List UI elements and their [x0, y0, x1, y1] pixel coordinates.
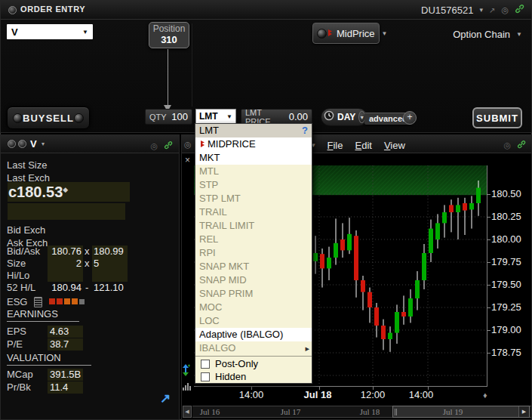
link-icon[interactable] — [517, 138, 526, 152]
chart-settings-icon[interactable]: ◎ — [184, 141, 192, 149]
gear-icon[interactable]: ◎ — [503, 141, 511, 150]
help-icon[interactable]: ? — [302, 124, 308, 137]
order-type-option-stp[interactable]: STP — [195, 178, 312, 192]
order-type-option-moc[interactable]: MOC — [195, 301, 312, 314]
link-icon[interactable] — [164, 139, 173, 153]
expand-window-icon[interactable]: ↗ — [160, 391, 171, 406]
order-option-post-only[interactable]: Post-Only — [195, 357, 312, 370]
order-type-option-snap-prim[interactable]: SNAP PRIM — [195, 287, 312, 301]
order-entry-titlebar: ORDER ENTRY DU1576521 ▾ ↗ ◎ — [1, 1, 531, 20]
order-type-option-mkt[interactable]: MKT — [195, 151, 312, 165]
order-type-option-trail-limit[interactable]: TRAIL LIMIT — [195, 219, 312, 233]
advanced-expand-button[interactable]: + — [403, 111, 417, 125]
scroll-right-button[interactable]: ▶ — [518, 406, 529, 417]
panel-bullet-icon[interactable] — [8, 6, 17, 14]
order-type-option-snap-mid[interactable]: SNAP MID — [195, 273, 312, 287]
menu-file[interactable]: File — [328, 140, 343, 151]
position-callout: Position 310 — [149, 22, 189, 48]
buy-button[interactable]: BUY — [23, 113, 45, 124]
checkbox-label: Hidden — [215, 371, 246, 382]
midprice-radio-icon — [317, 29, 327, 39]
esg-report-icon[interactable] — [34, 297, 42, 307]
checkbox-icon[interactable] — [201, 360, 210, 369]
status-dot-icon[interactable] — [18, 140, 26, 148]
submit-button[interactable]: SUBMIT — [472, 107, 522, 128]
candle — [476, 188, 481, 203]
hl52-high: 180.94 — [48, 282, 83, 294]
sell-radio-icon[interactable] — [74, 113, 84, 123]
gear-icon[interactable]: ◎ — [150, 142, 158, 150]
candle — [313, 253, 318, 261]
order-type-option-mtl[interactable]: MTL — [195, 165, 312, 178]
ask-size-value: 5 — [92, 258, 128, 270]
last-price-cell: c180.53◆ — [8, 182, 130, 202]
option-label: IBALGO — [199, 342, 235, 354]
price-tick-label: 179.00 — [491, 324, 530, 336]
option-label: REL — [199, 233, 218, 245]
price-tick-label: 179.75 — [491, 256, 530, 268]
gear-icon[interactable]: ◎ — [501, 6, 509, 14]
order-type-option-snap-mkt[interactable]: SNAP MKT — [195, 260, 312, 273]
option-chain-button[interactable]: Option Chain ▼ — [453, 29, 522, 40]
midprice-button[interactable]: MidPrice ▼ — [312, 23, 380, 44]
quote-panel-titlebar: V ▾ ◎ — [1, 135, 179, 153]
hl52-label: 52 H/L — [7, 282, 35, 293]
order-type-option-lmt[interactable]: LMT? — [195, 124, 312, 137]
checkbox-icon[interactable] — [201, 372, 210, 381]
ib-algo-icon — [199, 139, 205, 150]
order-type-option-rel[interactable]: REL — [195, 233, 312, 246]
order-option-hidden[interactable]: Hidden — [195, 370, 312, 383]
symbol-input[interactable]: V ▼ — [7, 24, 93, 39]
esg-bar — [49, 298, 55, 304]
volume-histogram-icon[interactable] — [183, 380, 192, 394]
candle — [354, 236, 358, 280]
quantity-field[interactable]: QTY 100 — [145, 109, 192, 125]
time-in-force-selector[interactable]: DAY ▼ — [321, 108, 367, 126]
buy-radio-icon[interactable] — [13, 113, 23, 123]
chart-scrollbar: ◀ ▶ Jul 16Jul 17Jul 18Jul 19 — [182, 406, 531, 418]
order-type-option-trail[interactable]: TRAIL — [195, 205, 312, 219]
price-tick-label: 178.75 — [491, 347, 530, 359]
option-label: STP LMT — [199, 193, 241, 204]
pe-value: 38.7 — [48, 338, 83, 351]
time-tick-label: 14:00 — [409, 389, 434, 400]
order-type-option-loc[interactable]: LOC — [195, 314, 312, 328]
price-axis-line — [487, 165, 487, 387]
mcap-row: MCap 391.5B — [1, 369, 179, 381]
close-icon[interactable]: × — [185, 155, 190, 165]
sell-button[interactable]: SELL — [46, 113, 74, 124]
popout-icon[interactable]: ↗ — [489, 6, 495, 14]
trading-workstation: ORDER ENTRY DU1576521 ▾ ↗ ◎ V ▼ Position… — [0, 0, 532, 420]
order-type-option-stp-lmt[interactable]: STP LMT — [195, 192, 312, 205]
status-dot-icon[interactable] — [8, 140, 16, 148]
hl52-separator: - — [85, 282, 88, 293]
menu-view[interactable]: View — [384, 140, 405, 151]
chart-menubar: ▾ FileEditView — [312, 138, 417, 152]
buy-sell-toggle: BUY SELL — [7, 107, 90, 129]
eps-label: EPS — [7, 326, 26, 337]
quote-symbol-caret-icon[interactable]: ▾ — [42, 141, 45, 147]
order-type-option-adaptive-ibalgo-[interactable]: Adaptive (IBALGO) — [195, 328, 312, 341]
scroll-left-button[interactable]: ◀ — [183, 406, 192, 418]
account-caret-icon[interactable]: ▾ — [479, 6, 483, 14]
esg-label: ESG — [7, 296, 27, 307]
candle — [320, 254, 324, 268]
account-selector[interactable]: DU1576521 — [421, 5, 473, 16]
esg-row: ESG — [1, 296, 179, 308]
scrollbar-handle[interactable]: ▶ — [392, 406, 530, 418]
candle — [449, 205, 454, 212]
limit-price-field[interactable]: LMT PRICE 0.00 — [241, 109, 312, 125]
price-tick-label: 179.50 — [491, 279, 530, 291]
order-type-option-rpi[interactable]: RPI — [195, 246, 312, 260]
scale-tool-icon[interactable] — [183, 364, 190, 379]
menu-edit[interactable]: Edit — [355, 140, 372, 151]
link-icon[interactable] — [515, 3, 524, 17]
option-label: MTL — [199, 165, 219, 177]
option-label: SNAP PRIM — [199, 288, 253, 299]
order-type-combo[interactable]: LMT ▼ — [195, 109, 236, 124]
order-type-option-ibalgo[interactable]: IBALGO▸ — [195, 341, 312, 355]
size-row: Size 2 x 5 — [1, 258, 179, 270]
candle — [469, 203, 474, 209]
option-label: SNAP MKT — [199, 261, 249, 272]
order-type-option-midprice[interactable]: MIDPRICE — [195, 137, 312, 151]
